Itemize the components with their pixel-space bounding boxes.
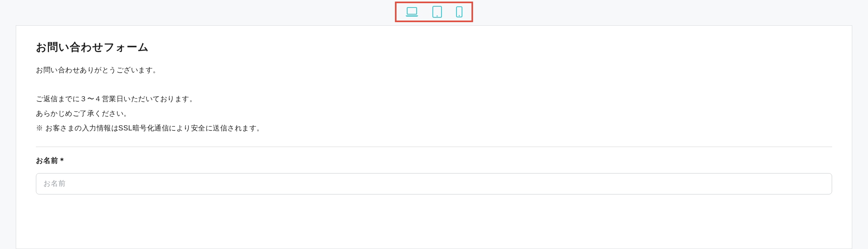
device-mobile-button[interactable] (456, 6, 463, 18)
intro-text-line: ご返信までに３〜４営業日いただいております。 (36, 92, 832, 106)
intro-text-line: ※ お客さまの入力情報はSSL暗号化通信により安全に送信されます。 (36, 121, 832, 136)
device-tablet-button[interactable] (432, 6, 442, 18)
form-intro: お問い合わせありがとうございます。 ご返信までに３〜４営業日いただいております。… (36, 63, 832, 136)
svg-point-4 (459, 15, 460, 16)
svg-rect-0 (407, 8, 417, 14)
laptop-icon (405, 7, 419, 17)
form-preview-frame: お問い合わせフォーム お問い合わせありがとうございます。 ご返信までに３〜４営業… (16, 25, 852, 249)
device-switcher (395, 2, 473, 22)
form-divider (36, 147, 832, 147)
form-title: お問い合わせフォーム (36, 40, 832, 54)
name-input[interactable] (36, 173, 832, 194)
intro-text-line: あらかじめご了承ください。 (36, 106, 832, 121)
mobile-icon (456, 6, 463, 18)
intro-text-line: お問い合わせありがとうございます。 (36, 63, 832, 77)
device-desktop-button[interactable] (405, 7, 419, 17)
name-field-label: お名前＊ (36, 156, 832, 165)
preview-toolbar (0, 0, 868, 24)
svg-point-2 (436, 15, 438, 17)
tablet-icon (432, 6, 442, 18)
